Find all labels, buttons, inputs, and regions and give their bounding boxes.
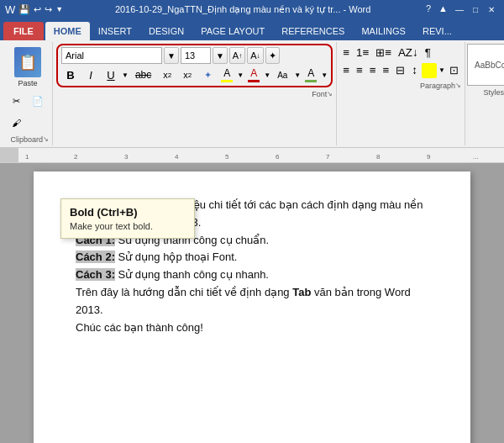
aa-button[interactable]: Aa xyxy=(272,66,292,84)
format-painter-button[interactable]: 🖌 xyxy=(7,113,26,132)
copy-button[interactable]: 📄 xyxy=(27,92,49,110)
highlight-dropdown-icon[interactable]: ▼ xyxy=(237,71,244,79)
title-bar: W 💾 ↩ ↪ ▼ 2016-10-29_NgaTTN_Định dạng mà… xyxy=(0,0,504,18)
underline-button[interactable]: U xyxy=(102,66,120,84)
superscript-button[interactable]: x2 xyxy=(178,66,197,84)
shading-dropdown[interactable]: ▼ xyxy=(438,66,445,74)
styles-box[interactable]: AaBbCc xyxy=(467,44,504,86)
tab-page-layout[interactable]: PAGE LAYOUT xyxy=(192,22,273,40)
title-bar-left: W 💾 ↩ ↪ ▼ xyxy=(5,3,63,16)
tooltip-description: Make your text bold. xyxy=(70,221,186,231)
multilevel-list-button[interactable]: ⊞≡ xyxy=(373,45,394,61)
ribbon-tabs-bar: FILE HOME INSERT DESIGN PAGE LAYOUT REFE… xyxy=(0,18,504,40)
highlight-color-bar xyxy=(221,80,233,82)
redo-icon[interactable]: ↪ xyxy=(45,4,52,15)
line-spacing-button[interactable]: ↕ xyxy=(409,62,420,78)
undo-icon[interactable]: ↩ xyxy=(34,4,41,15)
font-outline: ▼ ▼ A↑ A↓ ✦ B I U ▼ abc x2 x2 ✦ A xyxy=(56,44,333,87)
font-label: Font xyxy=(312,88,327,98)
font-name-dropdown[interactable]: ▼ xyxy=(164,47,179,64)
ribbon-toggle-icon[interactable]: ▲ xyxy=(435,3,451,16)
paste-icon: 📋 xyxy=(14,47,41,77)
cach2-label: Cách 2: xyxy=(76,251,115,263)
columns-button[interactable]: ⊟ xyxy=(393,62,407,78)
tab-home[interactable]: HOME xyxy=(45,22,90,40)
decrease-font-button[interactable]: A↓ xyxy=(247,47,263,64)
tab-insert[interactable]: INSERT xyxy=(90,22,140,40)
quick-save-icon[interactable]: 💾 xyxy=(18,4,30,15)
text-effect-button[interactable]: ✦ xyxy=(198,66,217,84)
clipboard-expand-icon[interactable]: ↘ xyxy=(43,135,49,143)
font-a2-button[interactable]: A xyxy=(302,66,319,84)
bullets-button[interactable]: ≡ xyxy=(340,45,352,61)
highlight-color-button[interactable]: A xyxy=(218,66,235,84)
strikethrough-button[interactable]: abc xyxy=(130,66,156,84)
shading-button[interactable] xyxy=(422,63,437,78)
styles-section: AaBbCc Styles ↘ xyxy=(465,42,504,145)
tooltip-box: Bold (Ctrl+B) Make your text bold. xyxy=(60,198,195,239)
para2-pre: Trên đây là hướng dẫn chi tiết về định d… xyxy=(76,286,292,298)
bold-button[interactable]: B xyxy=(61,66,80,84)
minimize-button[interactable]: — xyxy=(452,3,467,16)
paragraph-section: ≡ 1≡ ⊞≡ AZ↓ ¶ ≡ ≡ ≡ ≡ ⊟ ↕ ▼ ⊡ Paragraph … xyxy=(337,42,465,145)
font-a2-bar xyxy=(305,80,317,82)
paragraph-expand-icon[interactable]: ↘ xyxy=(455,82,461,89)
ribbon: 📋 Paste ✂ 📄 🖌 Clipboard ↘ ▼ ▼ A↑ xyxy=(0,40,504,148)
paste-button[interactable]: 📋 Paste xyxy=(9,44,46,91)
ruler: 1 2 3 4 5 6 7 8 9 ... xyxy=(0,148,504,163)
paragraph-2: Trên đây là hướng dẫn chi tiết về định d… xyxy=(76,284,437,319)
align-right-button[interactable]: ≡ xyxy=(367,62,379,78)
font-color-button[interactable]: A xyxy=(245,66,262,84)
sort-button[interactable]: AZ↓ xyxy=(396,45,421,61)
justify-button[interactable]: ≡ xyxy=(381,62,392,78)
aa-dropdown-icon[interactable]: ▼ xyxy=(294,71,301,79)
font-size-input[interactable] xyxy=(181,47,211,64)
tab-references[interactable]: REFERENCES xyxy=(273,22,353,40)
font-size-dropdown[interactable]: ▼ xyxy=(213,47,228,64)
clear-format-button[interactable]: ✦ xyxy=(265,47,280,64)
font-name-input[interactable] xyxy=(61,47,162,64)
document-title: 2016-10-29_NgaTTN_Định dạng màu nền và k… xyxy=(63,4,423,15)
paragraph-cach2: Cách 2: Sử dụng hộp thoại Font. xyxy=(76,249,437,266)
tab-design[interactable]: DESIGN xyxy=(140,22,192,40)
tab-mailings[interactable]: MAILINGS xyxy=(353,22,414,40)
font-format-row: B I U ▼ abc x2 x2 ✦ A ▼ A ▼ Aa ▼ xyxy=(61,66,328,84)
cach3-text: Sử dụng thanh công cụ nhanh. xyxy=(115,268,269,281)
cach3-label: Cách 3: xyxy=(76,268,115,281)
font-section: ▼ ▼ A↑ A↓ ✦ B I U ▼ abc x2 x2 ✦ A xyxy=(53,42,337,145)
align-center-button[interactable]: ≡ xyxy=(354,62,365,78)
styles-label: Styles xyxy=(483,87,504,97)
clipboard-section: 📋 Paste ✂ 📄 🖌 Clipboard ↘ xyxy=(3,42,53,145)
paragraph-label: Paragraph xyxy=(420,80,455,90)
tab-file[interactable]: FILE xyxy=(3,22,44,40)
font-expand-icon[interactable]: ↘ xyxy=(327,90,333,98)
font-name-row: ▼ ▼ A↑ A↓ ✦ xyxy=(61,47,328,64)
align-left-button[interactable]: ≡ xyxy=(340,62,352,78)
show-hide-button[interactable]: ¶ xyxy=(423,45,433,61)
font-color-bar xyxy=(248,80,260,82)
paste-label: Paste xyxy=(18,79,37,87)
subscript-button[interactable]: x2 xyxy=(158,66,176,84)
paragraph-3: Chúc các bạn thành công! xyxy=(76,319,437,337)
close-button[interactable]: ✕ xyxy=(484,3,499,16)
italic-button[interactable]: I xyxy=(81,66,100,84)
cut-button[interactable]: ✂ xyxy=(7,92,25,110)
paragraph-cach3: Cách 3: Sử dụng thanh công cụ nhanh. xyxy=(76,266,437,284)
increase-font-button[interactable]: A↑ xyxy=(229,47,245,64)
styles-sample: AaBbCc xyxy=(475,61,504,70)
cut-copy-format: ✂ 📄 🖌 xyxy=(7,91,49,133)
tab-review[interactable]: REVI... xyxy=(414,22,460,40)
cach2-text: Sử dụng hộp thoại Font. xyxy=(115,251,237,263)
word-icon: W xyxy=(5,3,15,16)
para2-tab: Tab xyxy=(292,286,311,298)
border-button[interactable]: ⊡ xyxy=(447,62,461,78)
underline-dropdown-icon[interactable]: ▼ xyxy=(122,71,129,79)
customize-icon[interactable]: ▼ xyxy=(55,5,63,13)
font-a2-dropdown-icon[interactable]: ▼ xyxy=(321,71,328,79)
numbering-button[interactable]: 1≡ xyxy=(354,45,371,61)
tooltip-title: Bold (Ctrl+B) xyxy=(70,206,186,219)
maximize-button[interactable]: □ xyxy=(468,3,483,16)
font-color-dropdown-icon[interactable]: ▼ xyxy=(264,71,270,79)
help-icon[interactable]: ? xyxy=(423,3,434,16)
window-controls: ? ▲ — □ ✕ xyxy=(423,3,499,16)
